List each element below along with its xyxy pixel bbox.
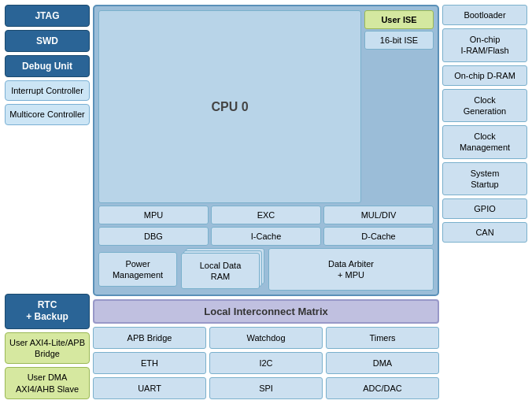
user-axi4-apb-button[interactable]: User AXI4-Lite/APB Bridge [5, 332, 90, 365]
right-column: Bootloader On-chip I-RAM/Flash On-chip D… [442, 5, 527, 399]
eth-cell[interactable]: ETH [93, 352, 206, 374]
spi-cell[interactable]: SPI [209, 377, 323, 399]
power-mgmt-cell: Power Management [98, 252, 177, 287]
user-ise-cell: User ISE [364, 10, 434, 29]
ise-stack: User ISE 16-bit ISE [364, 10, 434, 203]
apb-bridge-cell[interactable]: APB Bridge [93, 327, 206, 349]
timers-cell[interactable]: Timers [326, 327, 439, 349]
clock-mgmt-cell[interactable]: Clock Management [442, 125, 527, 159]
dbg-cell: DBG [98, 227, 209, 246]
cpu-frame: CPU 0 User ISE 16-bit ISE MPU EXC MUL/DI… [93, 5, 439, 296]
multicore-controller-button[interactable]: Multicore Controller [5, 104, 90, 124]
swd-button[interactable]: SWD [5, 30, 90, 52]
interrupt-controller-button[interactable]: Interrupt Controller [5, 80, 90, 101]
dma-cell[interactable]: DMA [326, 352, 439, 374]
watchdog-cell[interactable]: Watchdog [209, 327, 323, 349]
i2c-cell[interactable]: I2C [209, 352, 323, 374]
adc-dac-cell[interactable]: ADC/DAC [326, 377, 439, 399]
exc-cell: EXC [211, 206, 321, 224]
onchip-dram-cell[interactable]: On-chip D-RAM [442, 65, 527, 86]
uart-cell[interactable]: UART [93, 377, 206, 399]
left-column: JTAG SWD Debug Unit Interrupt Controller… [5, 5, 90, 399]
center-column: CPU 0 User ISE 16-bit ISE MPU EXC MUL/DI… [93, 5, 439, 399]
dcache-cell: D-Cache [323, 227, 434, 246]
rtc-backup-button[interactable]: RTC + Backup [5, 294, 90, 329]
jtag-button[interactable]: JTAG [5, 5, 90, 27]
data-arbiter-cell: Data Arbiter + MPU [268, 248, 434, 291]
gpio-cell[interactable]: GPIO [442, 198, 527, 219]
mpu-cell: MPU [98, 206, 209, 224]
local-interconnect: Local Interconnect Matrix [93, 299, 439, 324]
clock-gen-cell[interactable]: Clock Generation [442, 89, 527, 123]
icache-cell: I-Cache [211, 227, 321, 246]
system-startup-cell[interactable]: System Startup [442, 162, 527, 196]
debug-unit-button[interactable]: Debug Unit [5, 55, 90, 77]
mul-div-cell: MUL/DIV [323, 206, 434, 224]
cpu-label: CPU 0 [98, 10, 361, 203]
onchip-iram-cell[interactable]: On-chip I-RAM/Flash [442, 28, 527, 62]
local-data-ram-cell: Local Data RAM [181, 253, 260, 289]
user-dma-button[interactable]: User DMA AXI4/AHB Slave [5, 367, 90, 399]
ise-16bit-cell: 16-bit ISE [364, 31, 434, 50]
bootloader-cell[interactable]: Bootloader [442, 5, 527, 25]
can-cell[interactable]: CAN [442, 222, 527, 243]
local-data-ram-area: Local Data RAM [179, 248, 266, 291]
